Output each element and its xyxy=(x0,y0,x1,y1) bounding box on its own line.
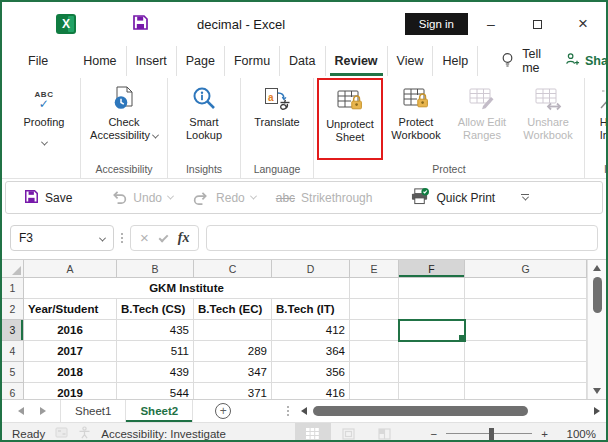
proofing-button[interactable]: ABC✓ Proofing xyxy=(11,78,77,160)
accessibility-status[interactable]: Accessibility: Investigate xyxy=(101,428,226,440)
cell-E3[interactable] xyxy=(350,320,399,341)
check-accessibility-button[interactable]: Check Accessibility xyxy=(84,78,164,160)
cell-B4[interactable]: 511 xyxy=(117,341,194,362)
cell-B2[interactable]: B.Tech (CS) xyxy=(117,299,194,320)
cell-G6[interactable] xyxy=(465,383,587,399)
cell-E4[interactable] xyxy=(350,341,399,362)
row-header-4[interactable]: 4 xyxy=(2,341,24,362)
zoom-level[interactable]: 100% xyxy=(562,428,596,440)
save-icon[interactable] xyxy=(132,14,149,35)
smart-lookup-button[interactable]: SmartLookup xyxy=(171,78,237,160)
horizontal-scroll-thumb[interactable] xyxy=(313,406,527,416)
cell-G3[interactable] xyxy=(465,320,587,341)
scroll-up-icon[interactable] xyxy=(593,265,601,271)
macro-record-icon[interactable] xyxy=(55,427,68,440)
maximize-button[interactable] xyxy=(514,16,560,32)
col-header-B[interactable]: B xyxy=(117,260,194,278)
tab-page-layout[interactable]: Page xyxy=(177,46,225,76)
tab-help[interactable]: Help xyxy=(433,46,478,76)
cell-A5[interactable]: 2018 xyxy=(24,362,117,383)
cell-D5[interactable]: 356 xyxy=(272,362,350,383)
tab-view[interactable]: View xyxy=(388,46,434,76)
protect-workbook-button[interactable]: ProtectWorkbook xyxy=(383,78,449,160)
zoom-slider-thumb[interactable] xyxy=(489,428,494,440)
zoom-in-button[interactable]: + xyxy=(541,428,548,440)
page-break-view-button[interactable] xyxy=(367,423,403,442)
cell-D6[interactable]: 416 xyxy=(272,383,350,399)
cell-A6[interactable]: 2019 xyxy=(24,383,117,399)
sheet-tab-sheet2[interactable]: Sheet2 xyxy=(125,400,193,422)
col-header-D[interactable]: D xyxy=(272,260,350,278)
horizontal-scrollbar[interactable] xyxy=(313,406,588,417)
row-header-5[interactable]: 5 xyxy=(2,362,24,383)
cell-E2[interactable] xyxy=(350,299,399,320)
normal-view-button[interactable] xyxy=(295,423,331,442)
close-button[interactable]: × xyxy=(560,14,606,34)
add-sheet-button[interactable]: + xyxy=(215,403,231,419)
cell-C6[interactable]: 371 xyxy=(194,383,272,399)
cell-E5[interactable] xyxy=(350,362,399,383)
cell-G1[interactable] xyxy=(465,278,587,299)
col-header-E[interactable]: E xyxy=(350,260,399,278)
cell-C2[interactable]: B.Tech (EC) xyxy=(194,299,272,320)
next-sheet-icon[interactable] xyxy=(40,407,46,415)
cell-E1[interactable] xyxy=(350,278,399,299)
formula-bar-grip[interactable] xyxy=(121,233,123,243)
qat-quick-print-button[interactable]: Quick Print xyxy=(402,187,503,208)
cell-C5[interactable]: 347 xyxy=(194,362,272,383)
cell-D2[interactable]: B.Tech (IT) xyxy=(272,299,350,320)
cell-F1[interactable] xyxy=(399,278,465,299)
col-header-F[interactable]: F xyxy=(399,260,465,278)
scroll-right-icon[interactable] xyxy=(594,407,600,415)
row-header-1[interactable]: 1 xyxy=(2,278,24,299)
vertical-scrollbar[interactable] xyxy=(587,260,606,399)
accessibility-person-icon[interactable] xyxy=(78,426,91,441)
cell-B6[interactable]: 544 xyxy=(117,383,194,399)
cell-G2[interactable] xyxy=(465,299,587,320)
translate-button[interactable]: a Translate xyxy=(244,78,310,160)
cell-F2[interactable] xyxy=(399,299,465,320)
zoom-out-button[interactable]: − xyxy=(431,428,438,440)
vertical-scroll-thumb[interactable] xyxy=(593,277,602,313)
tab-data[interactable]: Data xyxy=(280,46,325,76)
insert-function-button[interactable]: fx xyxy=(178,230,190,246)
scroll-left-icon[interactable] xyxy=(301,407,307,415)
tab-insert[interactable]: Insert xyxy=(127,46,177,76)
tab-file[interactable]: File xyxy=(16,46,60,76)
cell-G4[interactable] xyxy=(465,341,587,362)
tell-me-box[interactable]: Tell me xyxy=(492,46,549,76)
cell-F5[interactable] xyxy=(399,362,465,383)
tab-splitter-grip[interactable] xyxy=(287,406,289,416)
scroll-down-icon[interactable] xyxy=(593,388,601,394)
cell-A3[interactable]: 2016 xyxy=(24,320,117,341)
qat-overflow-button[interactable] xyxy=(521,194,529,201)
col-header-C[interactable]: C xyxy=(194,260,272,278)
unprotect-sheet-button[interactable]: UnprotectSheet xyxy=(319,80,381,158)
share-button[interactable]: Share xyxy=(559,46,608,76)
sign-in-button[interactable]: Sign in xyxy=(405,13,468,35)
col-header-A[interactable]: A xyxy=(24,260,117,278)
row-header-6[interactable]: 6 xyxy=(2,383,24,399)
sheet-tab-sheet1[interactable]: Sheet1 xyxy=(60,400,125,422)
minimize-button[interactable]: – xyxy=(468,16,514,32)
select-all-corner[interactable] xyxy=(2,260,24,278)
cell-F3-selected[interactable] xyxy=(399,320,465,341)
cell-E6[interactable] xyxy=(350,383,399,399)
cell-B5[interactable]: 439 xyxy=(117,362,194,383)
tab-formulas[interactable]: Formu xyxy=(225,46,280,76)
row-header-3[interactable]: 3 xyxy=(2,320,24,341)
cell-G5[interactable] xyxy=(465,362,587,383)
cell-D3[interactable]: 412 xyxy=(272,320,350,341)
cell-B3[interactable]: 435 xyxy=(117,320,194,341)
prev-sheet-icon[interactable] xyxy=(18,407,24,415)
cell-C4[interactable]: 289 xyxy=(194,341,272,362)
tab-review[interactable]: Review xyxy=(326,46,388,76)
page-layout-view-button[interactable] xyxy=(331,423,367,442)
cell-A2[interactable]: Year/Student xyxy=(24,299,117,320)
hide-ink-button[interactable]: Hide Ink xyxy=(588,78,608,160)
cell-A1-merged-title[interactable]: GKM Institute xyxy=(24,278,350,299)
qat-save-button[interactable]: Save xyxy=(16,189,80,207)
zoom-slider[interactable] xyxy=(446,433,532,435)
cell-C3[interactable] xyxy=(194,320,272,341)
cell-F6[interactable] xyxy=(399,383,465,399)
